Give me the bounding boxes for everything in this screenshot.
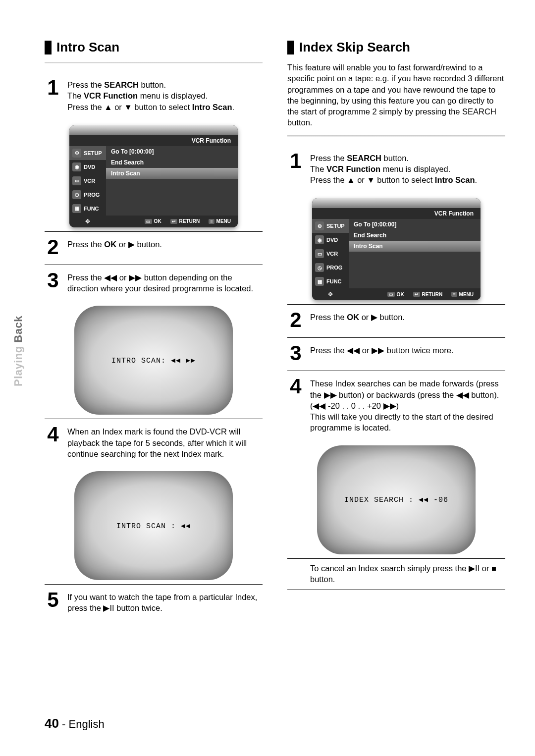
osd-menu: VCR Function ⚙SETUP ◉DVD ▭VCR ◷PROG ▦FUN… [69, 125, 238, 227]
step-number: 3 [287, 343, 304, 364]
step-number: 1 [287, 151, 304, 186]
rule [45, 62, 263, 63]
step-number: 5 [45, 590, 61, 614]
osd-row: Go To [0:00:00] [106, 146, 238, 157]
section-bar [45, 41, 52, 54]
tv-screen: INTRO SCAN: ◀◀ ▶▶ [74, 306, 233, 415]
step-body: These Index searches can be made forward… [310, 376, 505, 433]
step-number: 2 [45, 237, 61, 258]
page-lang: English [68, 718, 104, 730]
tv-screen: INDEX SEARCH : ◀◀ -06 [317, 445, 476, 554]
osd-side-vcr: ▭VCR [69, 174, 106, 188]
osd-side-setup: ⚙SETUP [312, 219, 349, 233]
side-tab-dark: Back [12, 316, 24, 343]
step-body: Press the OK or ▶ button. [310, 310, 405, 330]
osd-menu-btn: MENU [216, 218, 231, 224]
rule [287, 135, 505, 137]
step-body: Press the SEARCH button. The VCR Functio… [310, 151, 477, 186]
section-title-intro-scan: Intro Scan [56, 40, 119, 55]
move-icon: ✥ [328, 291, 333, 298]
section-title-index-skip: Index Skip Search [299, 40, 410, 55]
osd-row-selected: Intro Scan [349, 241, 481, 252]
col-index-skip: Index Skip Search This feature will enab… [287, 40, 505, 621]
osd-row: End Search [349, 230, 481, 241]
tv-screen: INTRO SCAN : ◀◀ [74, 471, 233, 580]
tv-text: INDEX SEARCH : ◀◀ -06 [344, 495, 448, 504]
step-number: 4 [45, 424, 61, 459]
step-body: Press the ◀◀ or ▶▶ button depending on t… [67, 270, 263, 294]
osd-side-func: ▦FUNC [312, 274, 349, 288]
step-body: Press the SEARCH button. The VCR Functio… [67, 77, 234, 112]
step-body: Press the ◀◀ or ▶▶ button twice more. [310, 343, 454, 364]
step-body: When an Index mark is found the DVD-VCR … [67, 424, 263, 459]
tv-text: INTRO SCAN: ◀◀ ▶▶ [111, 356, 196, 365]
osd-row: Go To [0:00:00] [349, 219, 481, 230]
osd-side-vcr: ▭VCR [312, 247, 349, 261]
osd-menu: VCR Function ⚙SETUP ◉DVD ▭VCR ◷PROG ▦FUN… [312, 198, 481, 300]
step-number: 3 [45, 270, 61, 294]
move-icon: ✥ [85, 218, 90, 225]
osd-menu-btn: MENU [459, 292, 474, 297]
step-number: 1 [45, 77, 61, 112]
osd-side-dvd: ◉DVD [312, 233, 349, 247]
step-body: Press the OK or ▶ button. [67, 237, 162, 258]
osd-row: End Search [106, 157, 238, 168]
side-tab: Playing Back [12, 316, 25, 386]
page-number: 40 [45, 716, 59, 731]
step-number: 4 [287, 376, 304, 433]
osd-row-selected: Intro Scan [106, 168, 238, 179]
osd-title: VCR Function [349, 208, 481, 219]
cancel-note: To cancel an Index search simply press t… [287, 559, 505, 585]
osd-return: RETURN [179, 218, 200, 224]
page-footer: 40 - English [45, 716, 105, 731]
section-bar [287, 41, 294, 54]
osd-side-prog: ◷PROG [312, 261, 349, 274]
tv-text: INTRO SCAN : ◀◀ [116, 521, 191, 531]
osd-side-setup: ⚙SETUP [69, 146, 106, 160]
step-body: If you want to watch the tape from a par… [67, 590, 263, 614]
osd-ok: OK [154, 218, 161, 224]
osd-return: RETURN [422, 292, 443, 297]
osd-side-prog: ◷PROG [69, 188, 106, 202]
intro-text: This feature will enable you to fast for… [287, 62, 505, 128]
osd-title: VCR Function [106, 135, 238, 146]
osd-side-func: ▦FUNC [69, 202, 106, 216]
side-tab-light: Playing [12, 343, 24, 386]
col-intro-scan: Intro Scan 1 Press the SEARCH button. Th… [45, 40, 263, 621]
osd-side-dvd: ◉DVD [69, 160, 106, 174]
osd-ok: OK [397, 292, 404, 297]
step-number: 2 [287, 310, 304, 330]
